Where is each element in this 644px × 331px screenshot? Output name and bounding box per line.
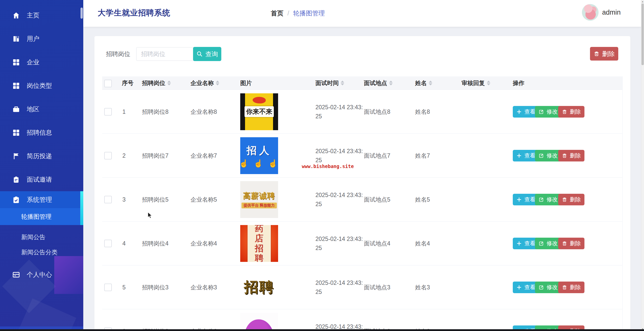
poster-thumbnail[interactable]: 招人☝ ☝ ☝ (240, 137, 278, 174)
column-header-reply[interactable]: 审核回复 (462, 79, 490, 87)
query-button[interactable]: 查询 (193, 47, 221, 61)
poster-thumbnail[interactable]: 高薪诚聘提供平台 释放能力 (240, 181, 278, 218)
mouse-cursor (147, 212, 154, 220)
search-input[interactable] (136, 47, 202, 61)
sidebar-item-12[interactable]: 个人中心 (0, 263, 83, 286)
sidebar-item-6[interactable]: 简历投递 (0, 144, 83, 168)
name-cell: 姓名7 (415, 152, 430, 159)
column-header-place[interactable]: 面试地点 (364, 79, 393, 87)
plus-icon (516, 153, 522, 158)
sidebar-item-label: 简历投递 (27, 152, 52, 160)
row-checkbox[interactable] (104, 196, 112, 203)
edit-button[interactable]: 修改 (535, 150, 561, 161)
sort-carets-icon[interactable] (216, 81, 219, 86)
column-header-name[interactable]: 姓名 (415, 79, 432, 87)
row-checkbox[interactable] (104, 284, 112, 291)
table-row: 4招聘岗位4企业名称4面试地点4姓名42025-02-14 23:43:25药店… (102, 222, 622, 265)
column-header-company[interactable]: 企业名称 (191, 79, 219, 87)
edit-button[interactable]: 修改 (535, 238, 561, 249)
poster-thumbnail[interactable]: 招聘 (240, 313, 278, 331)
column-header-img: 图片 (240, 79, 252, 87)
row-checkbox[interactable] (104, 240, 112, 247)
edit-button-label: 修改 (547, 240, 558, 247)
poster-thumbnail[interactable]: 招聘 (240, 269, 278, 306)
sort-carets-icon[interactable] (341, 81, 344, 86)
plus-icon (516, 241, 522, 246)
row-index: 3 (122, 196, 126, 203)
trash-icon (562, 109, 567, 115)
table-row: 3招聘岗位5企业名称5面试地点5姓名52025-02-14 23:43:25高薪… (102, 178, 622, 222)
query-button-label: 查询 (205, 50, 218, 58)
sidebar-item-2[interactable]: 企业 (0, 50, 83, 74)
select-all-checkbox[interactable] (104, 80, 112, 87)
column-header-job[interactable]: 招聘岗位 (142, 79, 171, 87)
sidebar-item-11[interactable]: 新闻公告分类 (0, 245, 83, 260)
view-button-label: 查看 (524, 196, 535, 203)
search-icon (196, 51, 203, 57)
plus-icon (516, 285, 522, 290)
name-cell: 姓名8 (415, 108, 430, 116)
sort-carets-icon[interactable] (389, 81, 393, 86)
bulk-delete-button[interactable]: 删除 (590, 47, 618, 61)
scrollbar-up-arrow[interactable]: ▲ (641, 0, 644, 3)
place-cell: 面试地点8 (364, 108, 390, 116)
sort-carets-icon[interactable] (429, 81, 432, 86)
time-line2: 25 (315, 200, 363, 209)
breadcrumb-current: 轮播图管理 (293, 9, 325, 17)
trash-icon (562, 197, 567, 202)
sidebar-item-0[interactable]: 主页 (0, 4, 83, 27)
poster-text: 招聘 (244, 278, 274, 297)
sort-carets-icon[interactable] (487, 81, 490, 86)
sidebar-item-label: 招聘信息 (27, 128, 52, 137)
sidebar-item-label: 个人中心 (27, 270, 52, 279)
row-checkbox[interactable] (104, 152, 112, 159)
sidebar-item-4[interactable]: 地区 (0, 97, 83, 121)
avatar[interactable] (582, 4, 599, 21)
clipboard-check-icon (12, 196, 20, 204)
time-line1: 2025-02-14 23:43: (315, 234, 363, 243)
poster-text: 高薪诚聘 (243, 191, 275, 201)
sidebar-item-8[interactable]: 系统管理 (0, 191, 83, 208)
job-cell: 招聘岗位7 (142, 152, 169, 159)
column-header-label: 企业名称 (191, 79, 214, 87)
sidebar-item-7[interactable]: 面试邀请 (0, 168, 83, 191)
data-table: 序号招聘岗位企业名称图片面试时间面试地点姓名审核回复操作 1招聘岗位8企业名称8… (102, 76, 623, 331)
page-scrollbar[interactable]: ▲ ▼ (641, 0, 644, 331)
view-button-label: 查看 (524, 284, 535, 291)
row-index: 2 (122, 152, 126, 159)
delete-button[interactable]: 删除 (558, 194, 584, 205)
column-header-time[interactable]: 面试时间 (315, 79, 344, 87)
table-row: 5招聘岗位3企业名称3面试地点3姓名32025-02-14 23:43:25招聘… (102, 265, 622, 309)
sidebar-scrollbar-thumb[interactable] (80, 8, 83, 19)
user-menu[interactable]: admin (582, 4, 621, 21)
edit-button[interactable]: 修改 (535, 194, 561, 205)
poster-text: 药店招聘 (248, 225, 271, 262)
delete-button[interactable]: 删除 (558, 238, 584, 249)
column-header-label: 面试地点 (364, 79, 387, 87)
time-line2: 25 (315, 243, 363, 253)
sidebar-item-label: 系统管理 (27, 196, 52, 204)
sidebar-item-1[interactable]: 用户 (0, 27, 83, 50)
edit-button-label: 修改 (547, 284, 558, 291)
poster-thumbnail[interactable]: 药店招聘 (240, 225, 278, 262)
sidebar-item-9[interactable]: 轮播图管理 (0, 208, 83, 225)
poster-thumbnail[interactable]: 你来不来 (240, 93, 278, 130)
page-scrollbar-thumb[interactable] (641, 4, 644, 65)
header: 大学生就业招聘系统 首页 / 轮播图管理 admin (83, 0, 641, 27)
edit-button[interactable]: 修改 (535, 106, 561, 118)
delete-button[interactable]: 删除 (558, 282, 584, 293)
edit-icon (539, 241, 544, 246)
delete-button[interactable]: 删除 (558, 106, 584, 118)
sidebar-item-3[interactable]: 岗位类型 (0, 74, 83, 97)
delete-button[interactable]: 删除 (558, 150, 584, 161)
grid-icon (12, 82, 20, 90)
grid-icon (12, 58, 20, 66)
sort-carets-icon[interactable] (167, 81, 171, 86)
breadcrumb-home[interactable]: 首页 (271, 9, 283, 17)
company-cell: 企业名称8 (191, 108, 217, 116)
edit-button[interactable]: 修改 (535, 282, 561, 293)
company-cell: 企业名称7 (191, 152, 217, 159)
sidebar-item-10[interactable]: 新闻公告 (0, 230, 83, 245)
row-checkbox[interactable] (104, 108, 112, 116)
sidebar-item-5[interactable]: 招聘信息 (0, 121, 83, 144)
